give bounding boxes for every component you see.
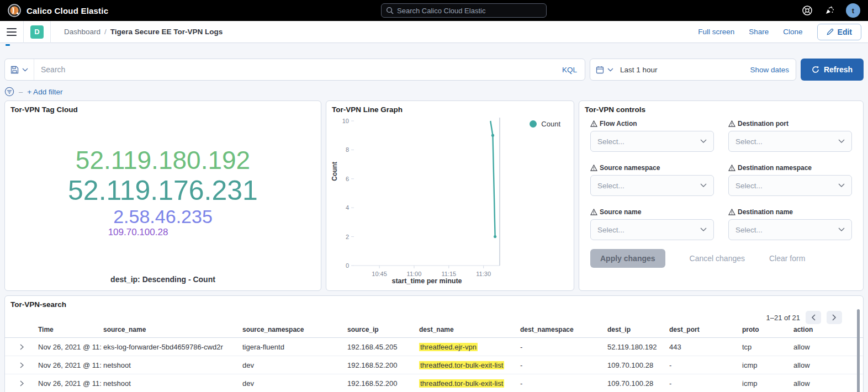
filter-bar: – + Add filter (4, 86, 864, 97)
full-screen-button[interactable]: Full screen (698, 28, 734, 36)
chart-legend[interactable]: Count (530, 120, 560, 128)
clear-form-button[interactable]: Clear form (769, 254, 805, 263)
user-avatar[interactable]: t (846, 3, 860, 18)
tag-cloud-term[interactable]: 52.119.176.231 (68, 175, 258, 206)
time-range-menu[interactable] (590, 66, 619, 74)
dashboard-space-tile[interactable]: D (30, 25, 44, 39)
flow-action-select[interactable]: Select... (590, 131, 714, 152)
source-name-select[interactable]: Select... (590, 219, 714, 240)
destination-namespace-select[interactable]: Select... (728, 175, 852, 196)
menu-hamburger-icon[interactable] (7, 28, 17, 36)
breadcrumb: Dashboard / Tigera Secure EE Tor-VPN Log… (64, 28, 223, 36)
select-placeholder: Select... (597, 226, 624, 234)
cancel-changes-button[interactable]: Cancel changes (690, 254, 745, 263)
filter-dash: – (19, 88, 23, 96)
breadcrumb-current: Tigera Secure EE Tor-VPN Logs (110, 28, 223, 36)
destination-name-select[interactable]: Select... (728, 219, 852, 240)
y-axis-label: Count (331, 162, 338, 181)
tag-cloud: 52.119.180.192 52.119.176.231 2.58.46.23… (5, 101, 321, 237)
col-header[interactable]: dest_ip (605, 326, 667, 333)
time-range-picker[interactable]: Last 1 hour Show dates (590, 59, 796, 81)
cell-dest-ip: 109.70.100.28 (605, 361, 667, 369)
cell-dest-port: 443 (667, 343, 740, 351)
chevron-down-icon (838, 227, 845, 232)
col-header[interactable]: action (791, 326, 863, 333)
col-header[interactable]: proto (740, 326, 791, 333)
select-placeholder: Select... (597, 182, 624, 190)
refresh-button-label: Refresh (824, 65, 853, 74)
tag-cloud-term[interactable]: 2.58.46.235 (113, 206, 213, 227)
tag-cloud-term[interactable]: 109.70.100.28 (108, 227, 168, 237)
col-header[interactable]: source_ip (345, 326, 417, 333)
show-dates-button[interactable]: Show dates (750, 66, 789, 74)
global-search-input[interactable]: Search Calico Cloud Elastic (381, 3, 547, 18)
divider (50, 21, 51, 43)
pagination-prev-button[interactable] (806, 311, 821, 324)
kql-search-input[interactable]: Search KQL (4, 59, 585, 81)
legend-dot-icon (530, 120, 537, 128)
tag-cloud-term[interactable]: 52.119.180.192 (76, 146, 250, 175)
destination-port-select[interactable]: Select... (728, 131, 852, 152)
search-icon (386, 7, 394, 14)
loading-indicator (6, 44, 10, 46)
col-header[interactable]: source_namespace (240, 326, 345, 333)
warning-triangle-icon (590, 165, 597, 171)
select-placeholder: Select... (735, 137, 763, 146)
newsfeed-party-icon[interactable] (824, 5, 835, 16)
svg-text:11:00: 11:00 (407, 271, 422, 277)
chevron-right-icon (832, 314, 837, 321)
chevron-right-icon (20, 344, 24, 350)
cell-dest-namespace: - (518, 379, 605, 388)
globe-icon[interactable] (802, 5, 813, 16)
tag-cloud-caption: dest_ip: Descending - Count (5, 275, 321, 284)
select-placeholder: Select... (597, 137, 624, 146)
control-label: Source namespace (600, 164, 660, 172)
edit-button[interactable]: Edit (817, 24, 861, 40)
table-row: Nov 26, 2021 @ 11:34:54.000 netshoot dev… (5, 374, 863, 392)
chevron-down-icon (700, 183, 707, 188)
source-namespace-select[interactable]: Select... (590, 175, 714, 196)
chevron-down-icon (838, 183, 845, 188)
control-field-flow-action: Flow Action Select... (590, 120, 714, 152)
svg-text:10:45: 10:45 (372, 271, 387, 277)
breadcrumb-dashboard-link[interactable]: Dashboard (64, 28, 100, 36)
filter-circle-icon[interactable] (4, 87, 14, 97)
cell-source-ip: 192.168.45.205 (345, 343, 417, 351)
app-title: Calico Cloud Elastic (27, 6, 108, 15)
cell-action: allow (791, 361, 863, 369)
select-placeholder: Select... (735, 226, 763, 234)
refresh-button[interactable]: Refresh (801, 59, 864, 81)
col-header[interactable]: Time (36, 326, 101, 333)
cell-dest-namespace: - (518, 361, 605, 369)
svg-text:4: 4 (346, 204, 349, 211)
row-expand-button[interactable] (20, 362, 24, 368)
col-header[interactable]: dest_name (417, 326, 518, 333)
col-header[interactable]: source_name (101, 326, 240, 333)
saved-query-menu[interactable] (5, 59, 34, 80)
panel-tag-cloud: Tor-VPN Tag Cloud 52.119.180.192 52.119.… (4, 100, 321, 291)
col-header[interactable]: dest_port (667, 326, 740, 333)
svg-text:2: 2 (346, 234, 349, 240)
controls-form: Flow Action Select... Destination port S… (579, 101, 863, 240)
panel-title: Tor-VPN Tag Cloud (10, 105, 78, 114)
cell-action: allow (791, 343, 863, 351)
controls-buttons: Apply changes Cancel changes Clear form (579, 240, 863, 268)
warning-triangle-icon (728, 209, 735, 215)
row-expand-button[interactable] (20, 380, 24, 386)
table-scrollbar[interactable] (857, 309, 860, 392)
edit-button-label: Edit (838, 28, 852, 36)
kql-language-button[interactable]: KQL (562, 66, 577, 74)
svg-text:11:30: 11:30 (476, 271, 491, 277)
chevron-right-icon (20, 380, 24, 386)
pagination-next-button[interactable] (827, 311, 842, 324)
control-label: Destination port (738, 120, 788, 128)
add-filter-button[interactable]: + Add filter (27, 88, 62, 96)
apply-changes-button[interactable]: Apply changes (590, 249, 665, 268)
col-header[interactable]: dest_namespace (518, 326, 605, 333)
control-field-destination-port: Destination port Select... (728, 120, 852, 152)
row-expand-button[interactable] (20, 344, 24, 350)
clone-button[interactable]: Clone (783, 28, 802, 36)
share-button[interactable]: Share (749, 28, 769, 36)
calendar-icon (596, 66, 604, 74)
refresh-icon (812, 66, 819, 73)
